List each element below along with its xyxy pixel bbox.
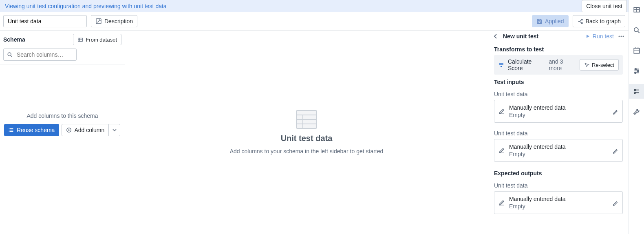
play-icon — [585, 34, 590, 39]
branch-icon — [577, 18, 583, 24]
transforms-summary: Calculate Score and 3 more Re-select — [494, 55, 623, 75]
reuse-schema-button[interactable]: Reuse schema — [4, 124, 59, 136]
svg-point-15 — [619, 36, 620, 37]
search-icon — [7, 52, 13, 57]
run-test-label: Run test — [593, 33, 614, 40]
close-unit-test-label: Close unit test — [586, 3, 622, 9]
list-icon — [9, 127, 14, 133]
schema-search-input[interactable] — [16, 51, 89, 58]
back-to-graph-button[interactable]: Back to graph — [573, 15, 625, 27]
schema-search-row — [0, 49, 125, 64]
svg-point-7 — [9, 130, 10, 130]
strip-search-icon[interactable] — [629, 23, 644, 38]
input-1-box[interactable]: Manually entered data Empty — [494, 139, 623, 162]
strip-wrench-icon[interactable] — [629, 104, 644, 119]
banner-message: Viewing unit test configuration and prev… — [0, 3, 172, 9]
svg-point-24 — [634, 89, 635, 91]
applied-button[interactable]: Applied — [532, 15, 569, 27]
reselect-button[interactable]: Re-select — [580, 59, 619, 71]
svg-point-25 — [634, 92, 635, 93]
from-dataset-label: From dataset — [86, 37, 117, 43]
output-0-edit-button[interactable] — [612, 200, 618, 206]
add-column-button[interactable]: Add column — [62, 124, 109, 136]
svg-point-17 — [623, 36, 624, 37]
manual-data-icon — [498, 147, 505, 154]
schema-title: Schema — [3, 36, 25, 43]
input-0-edit-button[interactable] — [612, 108, 618, 115]
input-0-status: Empty — [509, 112, 608, 118]
add-column-group: Add column — [62, 124, 120, 136]
transforms-more-count: and 3 more — [549, 58, 576, 71]
outputs-section-title: Expected outputs — [488, 166, 629, 179]
preview-banner: Viewing unit test configuration and prev… — [0, 0, 629, 12]
schema-sidebar: Schema From dataset Add columns to th — [0, 31, 125, 234]
transforms-name: Calculate Score — [508, 58, 546, 71]
input-1-label: Unit test data — [488, 127, 629, 138]
add-column-label: Add column — [74, 127, 104, 133]
inputs-section-title: Test inputs — [488, 75, 629, 88]
schema-empty-message: Add columns to this schema — [26, 113, 98, 119]
schema-actions: Reuse schema Add column — [0, 119, 124, 141]
more-menu-button[interactable] — [618, 33, 624, 40]
input-0-box[interactable]: Manually entered data Empty — [494, 100, 623, 123]
output-0-box[interactable]: Manually entered data Empty — [494, 191, 623, 214]
svg-point-6 — [9, 128, 10, 129]
svg-point-3 — [581, 22, 582, 24]
strip-unit-test-icon[interactable] — [629, 84, 644, 99]
strip-calendar-icon[interactable] — [629, 43, 644, 58]
close-unit-test-button[interactable]: Close unit test — [582, 0, 627, 12]
input-1-status: Empty — [509, 151, 608, 157]
table-empty-icon — [296, 110, 317, 129]
description-label: Description — [104, 18, 133, 24]
output-0-label: Unit test data — [488, 179, 629, 190]
applied-label: Applied — [545, 18, 564, 24]
svg-point-16 — [621, 36, 622, 37]
canvas-empty-state: Unit test data Add columns to your schem… — [125, 31, 488, 234]
back-arrow-button[interactable] — [492, 33, 499, 40]
svg-rect-20 — [634, 48, 640, 53]
right-icon-strip — [629, 0, 644, 234]
plus-circle-icon — [66, 127, 72, 133]
svg-point-19 — [634, 28, 638, 32]
svg-point-2 — [581, 19, 582, 20]
from-dataset-button[interactable]: From dataset — [73, 34, 121, 45]
add-column-dropdown[interactable] — [109, 124, 120, 136]
reuse-schema-label: Reuse schema — [17, 127, 55, 133]
save-icon — [536, 18, 543, 24]
strip-data-icon[interactable] — [629, 2, 644, 17]
input-1-edit-button[interactable] — [612, 148, 618, 154]
input-1-kind: Manually entered data — [509, 143, 608, 150]
input-0-label: Unit test data — [488, 88, 629, 99]
schema-search[interactable] — [3, 49, 77, 61]
canvas-subtitle: Add columns to your schema in the left s… — [230, 148, 384, 155]
unit-test-name-input[interactable] — [3, 15, 87, 27]
svg-rect-1 — [538, 22, 541, 23]
schema-header: Schema From dataset — [0, 31, 125, 49]
workspace: Viewing unit test configuration and prev… — [0, 0, 629, 234]
svg-point-21 — [635, 68, 636, 70]
output-0-kind: Manually entered data — [509, 196, 608, 202]
svg-point-8 — [9, 131, 10, 132]
svg-point-23 — [634, 72, 635, 73]
reselect-label: Re-select — [592, 62, 614, 68]
description-button[interactable]: Description — [91, 15, 137, 27]
body: Schema From dataset Add columns to th — [0, 31, 629, 234]
run-test-button[interactable]: Run test — [585, 33, 614, 40]
strip-sliders-icon[interactable] — [629, 64, 644, 78]
manual-data-icon — [498, 199, 505, 206]
canvas-title: Unit test data — [281, 134, 333, 143]
svg-point-22 — [637, 70, 638, 71]
edit-icon — [95, 18, 102, 24]
test-panel: New unit test Run test Transforms to tes… — [488, 31, 629, 234]
test-panel-title: New unit test — [503, 33, 581, 40]
schema-body: Add columns to this schema Reuse schema — [0, 64, 125, 234]
svg-rect-4 — [78, 38, 83, 42]
input-0-kind: Manually entered data — [509, 104, 608, 111]
transforms-section-title: Transforms to test — [488, 42, 629, 55]
back-to-graph-label: Back to graph — [586, 18, 621, 24]
svg-point-5 — [8, 53, 11, 56]
test-panel-header: New unit test Run test — [488, 31, 629, 42]
cursor-icon — [584, 62, 589, 68]
caret-down-icon — [112, 128, 117, 132]
toolbar: Description Applied Back to graph — [0, 12, 629, 31]
